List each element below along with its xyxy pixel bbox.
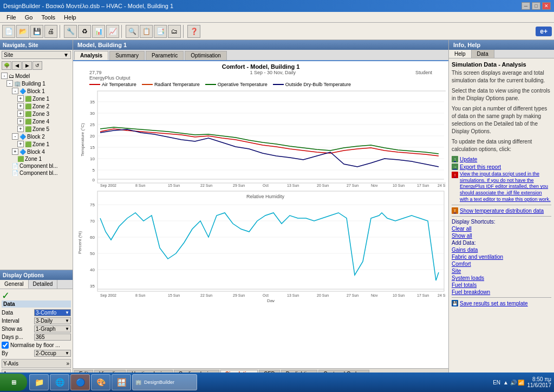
tree-comp2[interactable]: 📄 Component bl... xyxy=(1,169,71,177)
opt-daysp-value[interactable]: 365 xyxy=(34,334,71,341)
link-clear-all[interactable]: Clear all xyxy=(452,226,551,232)
open-button[interactable]: 📂 xyxy=(16,25,29,38)
tab-parametric[interactable]: Parametric xyxy=(146,51,184,60)
svg-text:20: 20 xyxy=(90,134,95,139)
link-fuel-breakdown[interactable]: Fuel breakdown xyxy=(452,289,551,295)
tab-data[interactable]: Data xyxy=(472,50,494,58)
svg-text:10: 10 xyxy=(90,156,95,161)
expand-zone4[interactable]: + xyxy=(17,118,24,125)
tree-block2[interactable]: - 🔷 Block 2 xyxy=(1,133,71,140)
opt-by-value[interactable]: 2-Occup ▼ xyxy=(34,350,71,357)
expand-block2[interactable]: - xyxy=(12,133,18,140)
nav-refresh[interactable]: ↺ xyxy=(32,61,42,70)
opt-showas-value[interactable]: 1-Graph ▼ xyxy=(34,325,71,332)
y-axis-row[interactable]: Y-Axis » xyxy=(2,359,71,368)
link-comfort[interactable]: Comfort xyxy=(452,261,551,267)
tree-model[interactable]: - 🗂 Model xyxy=(1,72,71,80)
link-gains[interactable]: Gains data xyxy=(452,247,551,253)
taskbar-app-1[interactable]: 🌐 xyxy=(50,374,69,390)
tool7[interactable]: 🗂 xyxy=(168,25,181,38)
expand-block1[interactable]: - xyxy=(12,88,18,94)
maximize-button[interactable]: □ xyxy=(532,2,540,10)
tree-comp1[interactable]: 📄 Component bl... xyxy=(1,162,71,169)
tool2[interactable]: ♻ xyxy=(78,25,91,38)
svg-text:35: 35 xyxy=(90,100,95,104)
search-button[interactable]: 🔍 xyxy=(126,25,139,38)
expand-b2zone1[interactable]: + xyxy=(17,141,24,147)
option-showas: Show as 1-Graph ▼ xyxy=(2,325,71,333)
expand-block4[interactable]: + xyxy=(12,148,18,155)
svg-text:5: 5 xyxy=(93,168,95,173)
taskbar-app-2[interactable]: 🔵 xyxy=(70,374,90,390)
menu-tools[interactable]: Tools xyxy=(37,13,60,22)
taskbar-app-3[interactable]: 🎨 xyxy=(91,374,110,390)
svg-text:70: 70 xyxy=(90,219,95,224)
save-template-icon: 💾 xyxy=(452,300,458,306)
link-site[interactable]: Site xyxy=(452,268,551,274)
menu-file[interactable]: File xyxy=(2,13,21,22)
svg-text:10 Sun: 10 Sun xyxy=(393,184,405,187)
tree-block2-zone1[interactable]: + 🟩 Zone 1 xyxy=(1,140,71,148)
nav-back[interactable]: ◀ xyxy=(12,61,22,70)
tool6[interactable]: 📑 xyxy=(154,25,167,38)
minimize-button[interactable]: ─ xyxy=(522,2,530,10)
tree-zone2[interactable]: + 🟩 Zone 2 xyxy=(1,102,71,110)
tool8[interactable]: ❓ xyxy=(187,25,200,38)
start-button[interactable]: ⊞ xyxy=(0,374,27,391)
tree-zone4[interactable]: + 🟩 Zone 4 xyxy=(1,117,71,125)
opt-interval-value[interactable]: 3-Daily ▼ xyxy=(34,317,71,324)
link-system-loads[interactable]: System loads xyxy=(452,275,551,281)
tool4[interactable]: 📈 xyxy=(106,25,119,38)
menu-go[interactable]: Go xyxy=(21,13,37,22)
link-view-input[interactable]: ! View the input data script used in the… xyxy=(452,171,551,202)
expand-zone5[interactable]: + xyxy=(17,126,24,132)
tree-block4-zone1[interactable]: 🟩 Zone 1 xyxy=(1,155,71,162)
tree-building1[interactable]: - 🏢 Building 1 xyxy=(1,80,71,87)
taskbar-active-app[interactable]: 🏢 DesignBuilder xyxy=(132,374,197,390)
normalise-checkbox[interactable] xyxy=(2,342,9,349)
tab-help[interactable]: Help xyxy=(449,50,472,58)
taskbar-app-0[interactable]: 📁 xyxy=(29,374,49,390)
tab-summary[interactable]: Summary xyxy=(109,51,145,60)
link-show-all[interactable]: Show all xyxy=(452,233,551,239)
new-button[interactable]: 📄 xyxy=(2,25,15,38)
tree-block4[interactable]: + 🔷 Block 4 xyxy=(1,148,71,155)
energyplus-logo: e+ xyxy=(536,27,552,36)
nav-forward[interactable]: ▶ xyxy=(22,61,32,70)
link-temp-dist[interactable]: T Show temperature distribution data xyxy=(452,207,551,214)
tool3[interactable]: 📊 xyxy=(92,25,105,38)
nav-tree-icon[interactable]: 🌳 xyxy=(2,61,11,70)
print-button[interactable]: 🖨 xyxy=(44,25,57,38)
temp-dist-icon: T xyxy=(452,207,458,214)
close-button[interactable]: ✕ xyxy=(542,2,551,10)
link-fuel-totals[interactable]: Fuel totals xyxy=(452,282,551,288)
tool5[interactable]: 📋 xyxy=(140,25,153,38)
tree-block1[interactable]: - 🔷 Block 1 xyxy=(1,87,71,95)
tab-analysis[interactable]: Analysis xyxy=(74,51,108,60)
tab-general[interactable]: General xyxy=(0,280,29,289)
link-update[interactable]: ↑ Update xyxy=(452,156,551,162)
link-fabric[interactable]: Fabric and ventilation xyxy=(452,254,551,260)
taskbar-clock[interactable]: 8:50 πμ 11/6/2017 xyxy=(527,376,552,388)
expand-zone1[interactable]: + xyxy=(17,95,24,102)
svg-text:40: 40 xyxy=(90,267,95,272)
menu-help[interactable]: Help xyxy=(60,13,81,22)
legend-color-outside xyxy=(273,84,284,85)
link-export[interactable]: → Export this report xyxy=(452,164,551,170)
expand-building1[interactable]: - xyxy=(6,80,13,87)
site-dropdown[interactable]: Site ▼ xyxy=(2,51,71,59)
tree-zone1[interactable]: + 🟩 Zone 1 xyxy=(1,95,71,102)
tool1[interactable]: 🔧 xyxy=(64,25,77,38)
expand-model[interactable]: - xyxy=(1,73,8,79)
tab-detailed[interactable]: Detailed xyxy=(29,280,58,289)
tree-zone5[interactable]: + 🟩 Zone 5 xyxy=(1,125,71,133)
title-bar: DesignBuilder - Βασικό Μοντέλο.dsb – HVA… xyxy=(0,0,554,12)
tab-optimisation[interactable]: Optimisation xyxy=(185,51,227,60)
save-button[interactable]: 💾 xyxy=(30,25,43,38)
tree-zone3[interactable]: + 🟩 Zone 3 xyxy=(1,110,71,117)
opt-data-value[interactable]: 3-Comfo ▼ xyxy=(34,309,71,316)
link-save-template[interactable]: 💾 Save results set as template xyxy=(452,300,551,306)
expand-zone3[interactable]: + xyxy=(17,110,24,117)
expand-zone2[interactable]: + xyxy=(17,103,24,109)
taskbar-app-4[interactable]: 🪟 xyxy=(112,374,131,390)
